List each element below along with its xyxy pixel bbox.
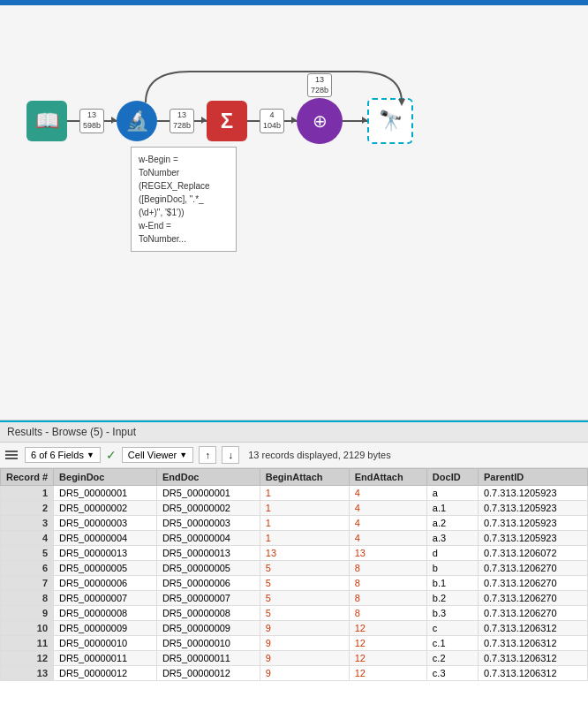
cell-enddoc: DR5_00000001 xyxy=(156,486,260,501)
cell-parentid: 0.7.313.1205923 xyxy=(478,486,587,501)
check-icon[interactable]: ✓ xyxy=(106,448,117,462)
cell-endattach: 12 xyxy=(349,636,426,651)
cell-beginattach: 1 xyxy=(260,486,349,501)
table-row: 7DR5_00000006DR5_0000000658b.10.7.313.12… xyxy=(1,576,588,591)
cell-enddoc: DR5_00000004 xyxy=(156,531,260,546)
cell-beginattach: 9 xyxy=(260,651,349,666)
results-title: Results - Browse (5) - Input xyxy=(7,426,136,438)
table-row: 2DR5_00000002DR5_0000000214a.10.7.313.12… xyxy=(1,501,588,516)
cell-enddoc: DR5_00000003 xyxy=(156,516,260,531)
table-row: 3DR5_00000003DR5_0000000314a.20.7.313.12… xyxy=(1,516,588,531)
cell-docid: c.1 xyxy=(426,636,478,651)
cell-viewer-arrow: ▼ xyxy=(179,451,187,459)
col-docid: DocID xyxy=(426,469,478,486)
cell-beginattach: 1 xyxy=(260,501,349,516)
cell-enddoc: DR5_00000007 xyxy=(156,591,260,606)
cell-endattach: 4 xyxy=(349,486,426,501)
fields-dropdown[interactable]: 6 of 6 Fields ▼ xyxy=(25,447,101,463)
results-header: Results - Browse (5) - Input xyxy=(0,422,588,443)
col-record: Record # xyxy=(1,469,54,486)
cell-rownum: 6 xyxy=(1,561,54,576)
cell-docid: a.1 xyxy=(426,501,478,516)
lines-icon xyxy=(5,451,18,459)
cell-begindoc: DR5_00000006 xyxy=(54,576,157,591)
col-enddoc: EndDoc xyxy=(156,469,260,486)
cell-beginattach: 9 xyxy=(260,636,349,651)
cell-parentid: 0.7.313.1205923 xyxy=(478,501,587,516)
input-icon: 📖 xyxy=(26,101,67,141)
cell-endattach: 8 xyxy=(349,561,426,576)
cell-beginattach: 5 xyxy=(260,606,349,621)
table-row: 13DR5_00000012DR5_00000012912c.30.7.313.… xyxy=(1,666,588,681)
node-input[interactable]: 📖 xyxy=(26,101,67,141)
table-row: 11DR5_00000010DR5_00000010912c.10.7.313.… xyxy=(1,636,588,651)
cell-endattach: 8 xyxy=(349,606,426,621)
cell-rownum: 13 xyxy=(1,666,54,681)
cell-parentid: 0.7.313.1205923 xyxy=(478,516,587,531)
cell-begindoc: DR5_00000004 xyxy=(54,531,157,546)
cell-enddoc: DR5_00000012 xyxy=(156,666,260,681)
cell-docid: a.3 xyxy=(426,531,478,546)
cell-docid: d xyxy=(426,546,478,561)
records-info: 13 records displayed, 2129 bytes xyxy=(248,450,390,460)
cell-parentid: 0.7.313.1205923 xyxy=(478,531,587,546)
canvas-area: 📖 13598b 🔬 13728b Σ 4 xyxy=(0,5,588,420)
data-table-container[interactable]: Record # BeginDoc EndDoc BeginAttach End… xyxy=(0,468,588,712)
cell-rownum: 5 xyxy=(1,546,54,561)
cell-viewer-dropdown[interactable]: Cell Viewer ▼ xyxy=(122,447,193,463)
table-row: 10DR5_00000009DR5_00000009912c0.7.313.12… xyxy=(1,621,588,636)
cell-enddoc: DR5_00000009 xyxy=(156,621,260,636)
table-row: 1DR5_00000001DR5_0000000114a0.7.313.1205… xyxy=(1,486,588,501)
table-row: 4DR5_00000004DR5_0000000414a.30.7.313.12… xyxy=(1,531,588,546)
cell-begindoc: DR5_00000003 xyxy=(54,516,157,531)
cell-beginattach: 9 xyxy=(260,666,349,681)
cell-viewer-label: Cell Viewer xyxy=(128,450,177,460)
cell-docid: c xyxy=(426,621,478,636)
up-arrow-btn[interactable]: ↑ xyxy=(199,446,216,464)
cell-enddoc: DR5_00000011 xyxy=(156,651,260,666)
cell-enddoc: DR5_00000013 xyxy=(156,546,260,561)
cell-rownum: 2 xyxy=(1,501,54,516)
cell-rownum: 10 xyxy=(1,621,54,636)
results-toolbar: 6 of 6 Fields ▼ ✓ Cell Viewer ▼ ↑ ↓ 13 r… xyxy=(0,443,588,468)
svg-marker-0 xyxy=(398,99,405,106)
col-endattach: EndAttach xyxy=(349,469,426,486)
down-arrow-btn[interactable]: ↓ xyxy=(222,446,239,464)
fields-label: 6 of 6 Fields xyxy=(31,450,84,460)
col-parentid: ParentID xyxy=(478,469,587,486)
cell-docid: a xyxy=(426,486,478,501)
cell-endattach: 12 xyxy=(349,651,426,666)
cell-parentid: 0.7.313.1206270 xyxy=(478,561,587,576)
curved-connector xyxy=(137,67,411,111)
table-row: 9DR5_00000008DR5_0000000858b.30.7.313.12… xyxy=(1,606,588,621)
cell-enddoc: DR5_00000010 xyxy=(156,636,260,651)
cell-enddoc: DR5_00000002 xyxy=(156,501,260,516)
cell-docid: b xyxy=(426,561,478,576)
formula-tooltip: w-Begin = ToNumber (REGEX_Replace ([Begi… xyxy=(131,147,237,252)
table-row: 6DR5_00000005DR5_0000000558b0.7.313.1206… xyxy=(1,561,588,576)
cell-rownum: 8 xyxy=(1,591,54,606)
cell-docid: a.2 xyxy=(426,516,478,531)
cell-enddoc: DR5_00000008 xyxy=(156,606,260,621)
cell-beginattach: 5 xyxy=(260,591,349,606)
cell-beginattach: 13 xyxy=(260,546,349,561)
cell-rownum: 3 xyxy=(1,516,54,531)
cell-parentid: 0.7.313.1206312 xyxy=(478,636,587,651)
cell-beginattach: 9 xyxy=(260,621,349,636)
cell-endattach: 8 xyxy=(349,591,426,606)
fields-dropdown-arrow: ▼ xyxy=(87,451,94,459)
cell-docid: b.2 xyxy=(426,591,478,606)
cell-beginattach: 1 xyxy=(260,531,349,546)
table-row: 12DR5_00000011DR5_00000011912c.20.7.313.… xyxy=(1,651,588,666)
cell-begindoc: DR5_00000007 xyxy=(54,591,157,606)
cell-begindoc: DR5_00000001 xyxy=(54,486,157,501)
cell-endattach: 8 xyxy=(349,576,426,591)
cell-enddoc: DR5_00000005 xyxy=(156,561,260,576)
cell-parentid: 0.7.313.1206312 xyxy=(478,651,587,666)
cell-rownum: 4 xyxy=(1,531,54,546)
cell-begindoc: DR5_00000013 xyxy=(54,546,157,561)
cell-endattach: 13 xyxy=(349,546,426,561)
cell-begindoc: DR5_00000009 xyxy=(54,621,157,636)
cell-rownum: 12 xyxy=(1,651,54,666)
cell-enddoc: DR5_00000006 xyxy=(156,576,260,591)
